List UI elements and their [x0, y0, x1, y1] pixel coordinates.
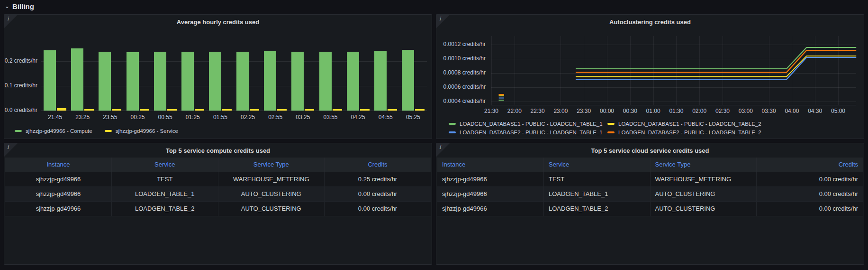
- legend-item[interactable]: sjhzzjp-gd49966 - Compute: [15, 128, 92, 134]
- x-axis-tick-label: 00:25: [124, 114, 151, 121]
- x-axis-tick-label: 05:25: [399, 114, 427, 121]
- bar-service[interactable]: [388, 109, 397, 111]
- bar-service[interactable]: [112, 109, 121, 111]
- legend-series-swatch: [449, 131, 456, 133]
- line-series: [576, 57, 856, 80]
- legend-item[interactable]: LOADGEN_DATABASE2 - PUBLIC - LOADGEN_TAB…: [607, 130, 754, 135]
- column-header-credits[interactable]: Credits: [757, 158, 863, 172]
- bar-compute[interactable]: [374, 51, 387, 111]
- panel-title[interactable]: Top 5 service cloud service credits used: [455, 146, 845, 156]
- bar-service[interactable]: [277, 109, 287, 111]
- x-axis-tick-label: 23:55: [96, 114, 124, 121]
- grid-line: [491, 73, 856, 74]
- column-header-service-type[interactable]: Service Type: [650, 158, 757, 172]
- grid-line: [723, 36, 723, 105]
- legend-series-swatch: [105, 130, 112, 132]
- table-cell: 0.00 credits/hr: [325, 186, 431, 201]
- y-axis-tick-label: 0.0012 credits/hr: [436, 41, 486, 47]
- bar-compute[interactable]: [44, 50, 56, 111]
- x-axis-tick-label: 04:25: [344, 114, 372, 121]
- legend-series-label: sjhzzjp-gd49966 - Service: [116, 128, 178, 134]
- table-cell: TEST: [112, 172, 218, 186]
- table-cell: 0.00 credits/hr: [325, 201, 431, 216]
- line-chart-legend: LOADGEN_DATABASE1 - PUBLIC - LOADGEN_TAB…: [449, 121, 766, 135]
- y-axis-tick-label: 0.2 credits/hr: [4, 57, 37, 64]
- panel-average-hourly-credits: i Average hourly credits used 0.0 credit…: [4, 14, 432, 139]
- grid-line: [792, 36, 792, 105]
- legend-item[interactable]: LOADGEN_DATABASE2 - PUBLIC - LOADGEN_TAB…: [449, 130, 595, 135]
- bar-service[interactable]: [250, 109, 259, 111]
- x-axis-tick-label: 02:55: [262, 114, 289, 121]
- x-axis-tick-label: 21:45: [41, 114, 69, 121]
- x-axis-tick-label: 23:00: [549, 108, 572, 114]
- legend-series-label: sjhzzjp-gd49966 - Compute: [26, 128, 92, 134]
- panel-info-corner[interactable]: [4, 15, 18, 28]
- table-row: sjhzzjp-gd49966LOADGEN_TABLE_2AUTO_CLUST…: [437, 201, 863, 216]
- bar-service[interactable]: [84, 109, 94, 111]
- panel-info-corner[interactable]: [436, 15, 450, 28]
- panel-autoclustering-credits: i Autoclustering credits used 21:3022:00…: [436, 14, 864, 139]
- x-axis-tick-label: 03:55: [316, 114, 344, 121]
- panel-info-corner[interactable]: [436, 143, 450, 157]
- grid-line: [491, 59, 856, 59]
- table-row: sjhzzjp-gd49966LOADGEN_TABLE_1AUTO_CLUST…: [437, 186, 863, 201]
- info-icon[interactable]: i: [439, 144, 441, 150]
- legend-series-label: LOADGEN_DATABASE1 - PUBLIC - LOADGEN_TAB…: [460, 121, 603, 127]
- bar-compute[interactable]: [154, 52, 166, 111]
- bar-compute[interactable]: [181, 52, 194, 111]
- bar-service[interactable]: [222, 109, 232, 111]
- info-icon[interactable]: i: [439, 16, 441, 22]
- bar-service[interactable]: [305, 109, 314, 111]
- bar-compute[interactable]: [347, 52, 359, 111]
- grid-line: [815, 36, 815, 105]
- table-cell: WAREHOUSE_METERING: [650, 172, 757, 186]
- bar-service[interactable]: [195, 109, 204, 111]
- bar-compute[interactable]: [402, 50, 414, 111]
- bar-service[interactable]: [57, 108, 66, 111]
- grid-line: [607, 36, 607, 105]
- bar-service[interactable]: [167, 109, 177, 111]
- panel-title[interactable]: Top 5 service compute credits used: [23, 146, 413, 156]
- dashboard: ⌄ Billing i Average hourly credits used …: [0, 0, 868, 270]
- x-axis-tick-label: 03:30: [758, 108, 780, 114]
- legend-item[interactable]: LOADGEN_DATABASE1 - PUBLIC - LOADGEN_TAB…: [449, 121, 595, 127]
- x-axis-tick-label: 00:55: [152, 114, 179, 121]
- column-header-service[interactable]: Service: [544, 158, 651, 172]
- column-header-service[interactable]: Service: [112, 158, 218, 172]
- bar-compute[interactable]: [71, 48, 83, 111]
- bar-compute[interactable]: [209, 52, 221, 111]
- column-header-instance[interactable]: Instance: [5, 158, 112, 172]
- table-cell: LOADGEN_TABLE_2: [544, 201, 651, 216]
- bar-compute[interactable]: [99, 52, 111, 111]
- column-header-instance[interactable]: Instance: [437, 158, 544, 172]
- bar-compute[interactable]: [127, 52, 139, 111]
- x-axis-tick-label: 22:30: [526, 108, 549, 114]
- table-row: sjhzzjp-gd49966TESTWAREHOUSE_METERING0.2…: [5, 172, 431, 186]
- info-icon[interactable]: i: [7, 16, 9, 22]
- bar-service[interactable]: [333, 109, 342, 111]
- bar-compute[interactable]: [319, 52, 332, 111]
- y-axis-tick-label: 0.0004 credits/hr: [436, 98, 486, 104]
- bar-service[interactable]: [140, 109, 149, 111]
- panel-title[interactable]: Average hourly credits used: [23, 18, 413, 27]
- bar-service[interactable]: [415, 109, 425, 111]
- panel-info-corner[interactable]: [4, 143, 18, 157]
- x-axis-tick-label: 00:30: [619, 108, 642, 114]
- table-cell: sjhzzjp-gd49966: [5, 186, 112, 201]
- legend-item[interactable]: sjhzzjp-gd49966 - Service: [105, 128, 178, 134]
- bar-compute[interactable]: [236, 52, 249, 111]
- column-header-credits[interactable]: Credits: [325, 158, 431, 172]
- table-cell: sjhzzjp-gd49966: [5, 201, 112, 216]
- info-icon[interactable]: i: [7, 144, 9, 150]
- bar-service[interactable]: [360, 109, 370, 111]
- panel-title[interactable]: Autoclustering credits used: [455, 18, 845, 27]
- y-axis-tick-label: 0.1 credits/hr: [4, 82, 37, 89]
- y-axis-tick-label: 0.0006 credits/hr: [436, 84, 486, 90]
- x-axis-tick-label: 02:25: [234, 114, 262, 121]
- table-cell: sjhzzjp-gd49966: [437, 201, 544, 216]
- column-header-service-type[interactable]: Service Type: [218, 158, 325, 172]
- legend-item[interactable]: LOADGEN_DATABASE1 - PUBLIC - LOADGEN_TAB…: [607, 121, 754, 127]
- dashboard-row-billing[interactable]: ⌄ Billing: [0, 0, 868, 12]
- bar-compute[interactable]: [264, 51, 276, 111]
- bar-compute[interactable]: [291, 52, 304, 111]
